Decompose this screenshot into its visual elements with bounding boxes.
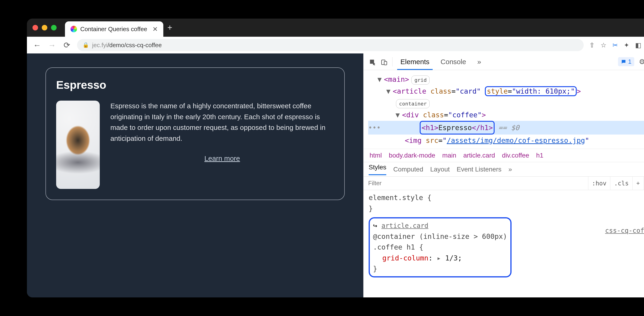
scissors-icon[interactable]: ✂ (612, 41, 618, 49)
tab-title: Container Queries coffee (80, 26, 147, 33)
card-title: Espresso (56, 79, 334, 91)
rule-origin-link[interactable]: css-cq-coffee:45 (605, 226, 644, 236)
crumb[interactable]: article.card (463, 152, 495, 159)
address-bar[interactable]: 🔒 jec.fyi/demo/css-cq-coffee (77, 39, 584, 51)
minimize-window-button[interactable] (42, 25, 47, 31)
favicon-icon (70, 26, 77, 32)
grid-badge[interactable]: grid (411, 76, 430, 85)
styles-filterbar: :hov .cls + (364, 177, 644, 190)
hov-button[interactable]: :hov (588, 177, 610, 190)
subtab-more[interactable]: » (508, 166, 512, 173)
element-style-rule[interactable]: element.style { } (369, 192, 644, 214)
styles-tabbar: Styles Computed Layout Event Listeners » (364, 162, 644, 177)
tab-more[interactable]: » (474, 54, 484, 70)
crumb[interactable]: h1 (536, 152, 543, 159)
dom-tree[interactable]: ▼<main>grid ▼<article class="card" style… (364, 70, 644, 149)
url-path: /demo/css-cq-coffee (108, 42, 162, 49)
dom-breadcrumb[interactable]: html body.dark-mode main article.card di… (364, 149, 644, 162)
lock-icon: 🔒 (82, 42, 89, 48)
forward-button[interactable]: → (47, 41, 56, 50)
browser-window: Container Queries coffee ✕ + ← → ⟳ 🔒 jec… (27, 19, 644, 297)
card-body-text: Espresso is the name of a highly concent… (110, 101, 334, 144)
subtab-computed[interactable]: Computed (393, 166, 423, 173)
toolbar: ← → ⟳ 🔒 jec.fyi/demo/css-cq-coffee ⇧ ☆ ✂… (27, 37, 644, 53)
subtab-layout[interactable]: Layout (430, 166, 450, 173)
container-query-rule[interactable]: css-cq-coffee:45 ↪ article.card @contain… (369, 217, 644, 277)
coffee-card: Espresso Espresso is the name of a highl… (46, 67, 345, 200)
crumb[interactable]: main (442, 152, 456, 159)
espresso-image (56, 101, 100, 189)
styles-filter-input[interactable] (364, 177, 588, 190)
inspect-icon[interactable] (369, 58, 376, 66)
styles-rules[interactable]: element.style { } css-cq-coffee:45 ↪ art… (364, 190, 644, 297)
issues-badge[interactable]: 1 (618, 57, 634, 66)
subtab-event-listeners[interactable]: Event Listeners (457, 166, 502, 173)
titlebar: Container Queries coffee ✕ + (27, 19, 644, 37)
settings-icon[interactable]: ⚙ (639, 58, 644, 66)
sidepanel-icon[interactable]: ◧ (635, 41, 641, 49)
container-badge[interactable]: container (396, 99, 430, 108)
reload-button[interactable]: ⟳ (62, 40, 72, 50)
container-link[interactable]: article.card (382, 222, 428, 230)
new-tab-button[interactable]: + (168, 23, 172, 33)
issues-count: 1 (628, 58, 632, 65)
subtab-styles[interactable]: Styles (369, 164, 386, 175)
crumb[interactable]: body.dark-mode (389, 152, 435, 159)
svg-rect-1 (384, 61, 387, 65)
browser-tab[interactable]: Container Queries coffee ✕ (65, 21, 163, 37)
tab-elements[interactable]: Elements (397, 54, 433, 70)
new-rule-button[interactable]: + (632, 177, 644, 190)
crumb[interactable]: html (370, 152, 382, 159)
learn-more-link[interactable]: Learn more (110, 154, 334, 163)
cls-button[interactable]: .cls (610, 177, 632, 190)
devtools-panel: Elements Console » 1 ⚙ ⋮ ✕ ▼<main>grid ▼… (363, 53, 644, 297)
crumb[interactable]: div.coffee (502, 152, 529, 159)
fullscreen-window-button[interactable] (51, 25, 56, 31)
device-toggle-icon[interactable] (381, 58, 388, 66)
traffic-lights (32, 25, 56, 31)
selected-dom-node[interactable]: ••• <h1>Espresso</h1> == $0 (368, 121, 644, 134)
back-button[interactable]: ← (32, 41, 42, 50)
tab-console[interactable]: Console (437, 54, 469, 70)
extensions-icon[interactable]: ✦ (624, 41, 629, 49)
devtools-tabbar: Elements Console » 1 ⚙ ⋮ ✕ (364, 53, 644, 70)
bookmark-icon[interactable]: ☆ (600, 41, 606, 49)
url-host: jec.fyi (92, 42, 108, 49)
close-tab-button[interactable]: ✕ (152, 25, 158, 33)
share-icon[interactable]: ⇧ (589, 41, 594, 49)
close-window-button[interactable] (32, 25, 38, 31)
page-viewport: Espresso Espresso is the name of a highl… (27, 53, 363, 297)
